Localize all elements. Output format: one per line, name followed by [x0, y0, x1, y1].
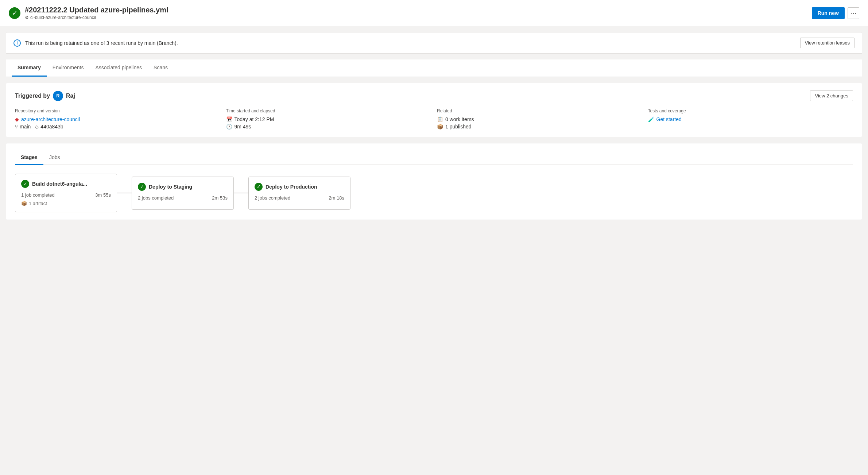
related-label: Related — [437, 108, 642, 113]
triggered-by-section: Triggered by R Raj — [15, 91, 75, 101]
triggered-by-label: Triggered by — [15, 93, 50, 99]
commit-row: ◇ 440a843b — [35, 124, 63, 130]
stage-meta-build: 1 job completed 3m 55s — [21, 192, 111, 198]
branch-icon: ⑂ — [15, 124, 18, 130]
time-started-row: 📅 Today at 2:12 PM — [226, 116, 431, 122]
run-status-icon: ✓ — [9, 7, 20, 19]
time-started: Today at 2:12 PM — [235, 116, 274, 122]
repo-name[interactable]: azure-architecture-council — [21, 116, 80, 122]
stage-card-build[interactable]: ✓ Build dotnet6-angula... 1 job complete… — [15, 174, 117, 212]
stages-tabs: Stages Jobs — [15, 151, 853, 165]
view-retention-leases-button[interactable]: View retention leases — [800, 38, 855, 48]
stage-card-staging[interactable]: ✓ Deploy to Staging 2 jobs completed 2m … — [132, 177, 234, 210]
tab-associated-pipelines-label: Associated pipelines — [95, 65, 142, 70]
avatar: R — [53, 91, 63, 101]
tab-scans-label: Scans — [154, 65, 168, 70]
get-started-link[interactable]: Get started — [656, 116, 682, 122]
tab-scans[interactable]: Scans — [148, 59, 174, 77]
artifact-icon: 📦 — [437, 124, 443, 130]
main-tabs: Summary Environments Associated pipeline… — [6, 59, 862, 77]
stage-duration-build: 3m 55s — [95, 192, 111, 198]
commit-icon: ◇ — [35, 124, 39, 130]
stage-jobs-staging: 2 jobs completed — [138, 195, 174, 201]
tab-summary-label: Summary — [18, 65, 41, 70]
header-actions: Run new ⋯ — [812, 7, 859, 19]
stage-success-icon-build: ✓ — [21, 180, 29, 188]
retention-banner: i This run is being retained as one of 3… — [6, 32, 862, 54]
stages-tab-label: Stages — [21, 154, 38, 160]
tests-section: Tests and coverage 🧪 Get started — [648, 108, 853, 130]
header-bar: ✓ #20211222.2 Updated azure-pipelines.ym… — [0, 0, 868, 26]
stage-header-build: ✓ Build dotnet6-angula... — [21, 180, 111, 188]
work-items-row: 📋 0 work items — [437, 116, 642, 122]
tests-label: Tests and coverage — [648, 108, 853, 113]
summary-info-grid: Repository and version ◆ azure-architect… — [15, 108, 853, 130]
repo-label: Repository and version — [15, 108, 220, 113]
page-title: #20211222.2 Updated azure-pipelines.yml — [25, 6, 168, 14]
artifact-box-icon: 📦 — [21, 201, 27, 206]
branch-name: main — [20, 124, 31, 130]
more-options-button[interactable]: ⋯ — [848, 7, 859, 19]
stages-grid: ✓ Build dotnet6-angula... 1 job complete… — [15, 174, 853, 212]
stage-header-production: ✓ Deploy to Production — [255, 183, 344, 191]
pipeline-icon: ⚙ — [25, 15, 29, 20]
branch-commit-row: ⑂ main ◇ 440a843b — [15, 124, 220, 130]
stage-meta-production: 2 jobs completed 2m 18s — [255, 195, 344, 201]
stage-name-build: Build dotnet6-angula... — [32, 181, 87, 187]
stage-header-staging: ✓ Deploy to Staging — [138, 183, 228, 191]
clock-icon: 🕐 — [226, 124, 232, 130]
stage-meta-staging: 2 jobs completed 2m 53s — [138, 195, 228, 201]
stages-tab[interactable]: Stages — [15, 151, 43, 165]
time-label: Time started and elapsed — [226, 108, 431, 113]
stage-success-icon-production: ✓ — [255, 183, 263, 191]
related-section: Related 📋 0 work items 📦 1 published — [437, 108, 642, 130]
time-section: Time started and elapsed 📅 Today at 2:12… — [226, 108, 431, 130]
triggered-by-user: Raj — [66, 93, 75, 99]
tests-action-row: 🧪 Get started — [648, 116, 853, 122]
stage-connector-1 — [117, 193, 132, 193]
header-title-block: #20211222.2 Updated azure-pipelines.yml … — [25, 6, 168, 20]
stage-jobs-build: 1 job completed — [21, 192, 55, 198]
tab-associated-pipelines[interactable]: Associated pipelines — [89, 59, 148, 77]
tab-environments-label: Environments — [53, 65, 84, 70]
elapsed-row: 🕐 9m 49s — [226, 124, 431, 130]
view-changes-button[interactable]: View 2 changes — [810, 90, 853, 101]
jobs-tab-label: Jobs — [49, 154, 60, 160]
stage-name-staging: Deploy to Staging — [149, 184, 192, 190]
published-row: 📦 1 published — [437, 124, 642, 130]
branch-row: ⑂ main — [15, 124, 31, 130]
stage-name-production: Deploy to Production — [266, 184, 317, 190]
run-new-button[interactable]: Run new — [812, 7, 845, 19]
pipeline-name-subtitle: ⚙ ci-build-azure-architecture-council — [25, 15, 168, 20]
repo-name-row: ◆ azure-architecture-council — [15, 116, 220, 122]
triggered-header: Triggered by R Raj View 2 changes — [15, 90, 853, 101]
elapsed-time: 9m 49s — [235, 124, 251, 130]
stage-duration-staging: 2m 53s — [212, 195, 228, 201]
stage-success-icon-staging: ✓ — [138, 183, 146, 191]
jobs-tab[interactable]: Jobs — [43, 151, 66, 165]
beaker-icon: 🧪 — [648, 116, 654, 122]
summary-card: Triggered by R Raj View 2 changes Reposi… — [6, 83, 862, 137]
retention-message: This run is being retained as one of 3 r… — [25, 40, 178, 46]
banner-content-left: i This run is being retained as one of 3… — [13, 39, 178, 47]
info-icon: i — [13, 39, 21, 47]
page-wrapper: ✓ #20211222.2 Updated azure-pipelines.ym… — [0, 0, 868, 475]
work-items: 0 work items — [445, 116, 474, 122]
stages-section: Stages Jobs ✓ Build dotnet6-angula... 1 … — [6, 143, 862, 220]
repo-diamond-icon: ◆ — [15, 116, 19, 122]
pipeline-name: ci-build-azure-architecture-council — [30, 15, 96, 20]
stage-artifact-build: 📦 1 artifact — [21, 201, 111, 206]
work-items-icon: 📋 — [437, 116, 443, 122]
tab-summary[interactable]: Summary — [12, 59, 47, 77]
calendar-icon: 📅 — [226, 116, 232, 122]
header-left: ✓ #20211222.2 Updated azure-pipelines.ym… — [9, 6, 168, 20]
commit-hash: 440a843b — [40, 124, 63, 130]
stage-duration-production: 2m 18s — [329, 195, 344, 201]
published-count: 1 published — [445, 124, 472, 130]
tab-environments[interactable]: Environments — [47, 59, 90, 77]
artifact-count: 1 artifact — [29, 201, 47, 206]
stage-card-production[interactable]: ✓ Deploy to Production 2 jobs completed … — [248, 177, 350, 210]
repo-section: Repository and version ◆ azure-architect… — [15, 108, 220, 130]
stage-jobs-production: 2 jobs completed — [255, 195, 290, 201]
stage-connector-2 — [234, 193, 248, 193]
